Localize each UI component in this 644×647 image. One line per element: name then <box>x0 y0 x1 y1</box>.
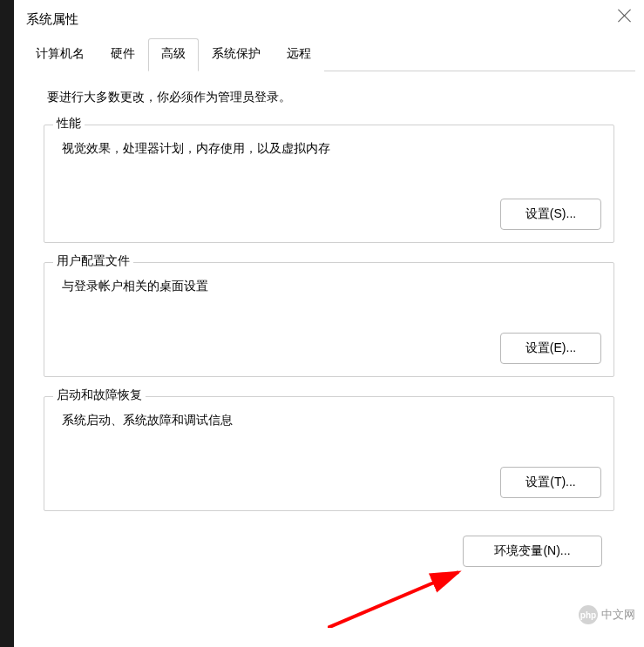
tab-hardware[interactable]: 硬件 <box>98 38 148 71</box>
tab-advanced[interactable]: 高级 <box>148 38 199 71</box>
group-performance: 性能 视觉效果，处理器计划，内存使用，以及虚拟内存 设置(S)... <box>44 125 614 243</box>
tab-strip: 计算机名 硬件 高级 系统保护 远程 <box>14 38 644 72</box>
system-properties-dialog: 系统属性 计算机名 硬件 高级 系统保护 远程 要进行大多数更改，你必须作为管理… <box>14 0 644 647</box>
titlebar: 系统属性 <box>14 0 644 38</box>
group-startup-recovery: 启动和故障恢复 系统启动、系统故障和调试信息 设置(T)... <box>44 396 614 511</box>
startup-recovery-settings-button[interactable]: 设置(T)... <box>500 467 601 498</box>
tab-computer-name[interactable]: 计算机名 <box>23 38 98 71</box>
user-profiles-settings-button[interactable]: 设置(E)... <box>500 333 601 364</box>
dialog-title: 系统属性 <box>26 11 78 28</box>
group-user-profiles-label: 用户配置文件 <box>53 253 133 269</box>
performance-settings-button[interactable]: 设置(S)... <box>500 199 601 230</box>
tab-content-advanced: 要进行大多数更改，你必须作为管理员登录。 性能 视觉效果，处理器计划，内存使用，… <box>14 72 644 647</box>
group-startup-recovery-desc: 系统启动、系统故障和调试信息 <box>57 406 601 428</box>
intro-text: 要进行大多数更改，你必须作为管理员登录。 <box>44 90 614 105</box>
tab-remote[interactable]: 远程 <box>274 38 324 71</box>
group-performance-desc: 视觉效果，处理器计划，内存使用，以及虚拟内存 <box>57 134 601 157</box>
group-user-profiles: 用户配置文件 与登录帐户相关的桌面设置 设置(E)... <box>44 262 614 377</box>
watermark: php 中文网 <box>579 605 635 624</box>
group-startup-recovery-label: 启动和故障恢复 <box>53 388 146 403</box>
group-user-profiles-desc: 与登录帐户相关的桌面设置 <box>57 272 601 294</box>
tab-system-protection[interactable]: 系统保护 <box>199 38 274 71</box>
background-strip <box>0 0 14 647</box>
watermark-logo-icon: php <box>579 605 598 624</box>
env-var-row: 环境变量(N)... <box>44 536 614 567</box>
watermark-text: 中文网 <box>601 607 635 623</box>
environment-variables-button[interactable]: 环境变量(N)... <box>463 536 602 567</box>
group-performance-label: 性能 <box>53 116 85 131</box>
close-icon[interactable] <box>618 9 632 23</box>
